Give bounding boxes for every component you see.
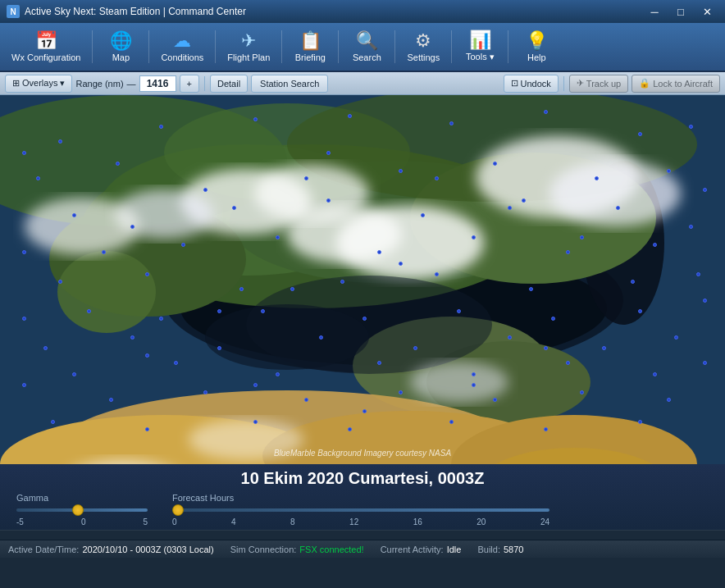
- range-input[interactable]: [139, 75, 176, 92]
- activity-value: Idle: [447, 545, 462, 554]
- active-datetime-item: Active Date/Time: 2020/10/10 - 0003Z (03…: [8, 545, 214, 554]
- map-attribution: BlueMarble Background Imagery courtesy N…: [274, 449, 451, 458]
- station-dot: [566, 361, 570, 365]
- station-dot: [689, 225, 693, 229]
- station-dot: [674, 335, 678, 340]
- station-dot: [58, 139, 62, 144]
- briefing-icon: 📋: [299, 32, 321, 50]
- station-dot: [362, 317, 367, 321]
- station-dot: [457, 309, 461, 313]
- activity-label: Current Activity:: [381, 545, 444, 554]
- map-button[interactable]: 🌐 Map: [96, 25, 145, 68]
- undock-label: Undock: [521, 79, 551, 89]
- titlebar-controls: ─ □ ✕: [643, 3, 718, 20]
- station-dot: [544, 427, 548, 431]
- forecast-slider[interactable]: [172, 504, 549, 516]
- toolbar-sep-6: [394, 30, 395, 63]
- tools-button[interactable]: 📊 Tools ▾: [455, 25, 504, 68]
- search-button[interactable]: 🔍 Search: [342, 25, 391, 68]
- station-dot: [602, 346, 606, 350]
- build-item: Build: 5870: [477, 545, 523, 554]
- map-area[interactable]: BlueMarble Background Imagery courtesy N…: [0, 95, 725, 464]
- titlebar-title: Active Sky Next: Steam Edition | Command…: [25, 6, 246, 17]
- titlebar-left: N Active Sky Next: Steam Edition | Comma…: [7, 5, 246, 18]
- station-dot: [472, 372, 476, 376]
- current-activity-item: Current Activity: Idle: [381, 545, 462, 554]
- close-button[interactable]: ✕: [695, 3, 718, 20]
- gamma-slider[interactable]: [16, 504, 148, 516]
- search-icon: 🔍: [356, 32, 378, 50]
- map-label: Map: [112, 52, 130, 62]
- flight-plan-icon: ✈: [241, 32, 256, 50]
- station-dot: [159, 125, 163, 129]
- station-dot: [217, 346, 221, 350]
- statusbar: Active Date/Time: 2020/10/10 - 0003Z (03…: [0, 540, 725, 558]
- forecast-group: Forecast Hours 04812162024: [172, 493, 709, 526]
- active-value: 2020/10/10 - 0003Z (0303 Local): [82, 545, 213, 554]
- station-dot: [653, 372, 657, 376]
- station-search-button[interactable]: Station Search: [251, 75, 328, 93]
- station-dot: [653, 243, 657, 247]
- app-icon: N: [7, 5, 20, 18]
- station-dot: [449, 121, 454, 125]
- wx-config-button[interactable]: 📅 Wx Configuration: [3, 25, 89, 68]
- overlays-button[interactable]: ⊞ Overlays ▾: [5, 75, 72, 93]
- gamma-group: Gamma -5 0 5: [16, 493, 148, 526]
- stations-layer: [0, 95, 725, 464]
- station-dot: [667, 398, 671, 402]
- station-dot: [703, 188, 707, 192]
- station-dot: [399, 262, 403, 266]
- briefing-button[interactable]: 📋 Briefing: [285, 25, 335, 68]
- settings-button[interactable]: ⚙ Settings: [399, 25, 448, 68]
- station-dot: [116, 162, 120, 166]
- station-dot: [51, 420, 55, 424]
- toolbar-sep-3: [215, 30, 216, 63]
- station-dot: [638, 420, 642, 424]
- plus-button[interactable]: +: [180, 75, 199, 93]
- build-value: 5870: [504, 545, 523, 554]
- help-label: Help: [527, 52, 546, 62]
- station-dot: [72, 372, 76, 376]
- toolbar-sep-8: [508, 30, 508, 63]
- lock-aircraft-button: 🔒 Lock to Aircraft: [632, 75, 720, 93]
- minimize-button[interactable]: ─: [643, 3, 666, 20]
- active-label: Active Date/Time:: [8, 545, 79, 554]
- sim-value: FSX connected!: [299, 545, 363, 554]
- track-label: Track up: [586, 79, 621, 89]
- briefing-label: Briefing: [295, 52, 326, 62]
- station-dot: [348, 114, 352, 118]
- maximize-button[interactable]: □: [669, 3, 692, 20]
- station-dot: [377, 250, 381, 254]
- search-label: Search: [353, 52, 381, 62]
- station-dot: [130, 225, 135, 229]
- station-dot: [580, 235, 584, 239]
- toolbar-sep-7: [451, 30, 452, 63]
- station-dot: [43, 346, 48, 350]
- flight-plan-label: Flight Plan: [227, 52, 270, 62]
- station-dot: [102, 250, 106, 254]
- bottom-panel: 10 Ekim 2020 Cumartesi, 0003Z Gamma -5 0…: [0, 464, 725, 530]
- forecast-scale: 04812162024: [172, 517, 549, 526]
- toolbar-sep-4: [281, 30, 282, 63]
- tools-icon: 📊: [469, 31, 491, 49]
- toolbar-sep-1: [92, 30, 93, 63]
- flight-plan-button[interactable]: ✈ Flight Plan: [219, 25, 278, 68]
- station-dot: [109, 398, 113, 402]
- help-button[interactable]: 💡 Help: [512, 25, 561, 68]
- layers-icon: ⊞: [12, 78, 20, 89]
- scrollbar-area: [0, 530, 725, 540]
- station-dot: [276, 235, 280, 239]
- station-dot: [544, 110, 548, 114]
- wx-config-icon: 📅: [35, 32, 57, 50]
- station-dot: [253, 383, 258, 387]
- detail-button[interactable]: Detail: [210, 75, 248, 93]
- station-dot: [566, 250, 570, 254]
- conditions-button[interactable]: ☁ Conditions: [153, 25, 212, 68]
- station-dot: [304, 176, 308, 180]
- track-up-button: ✈ Track up: [569, 75, 628, 93]
- undock-button[interactable]: ⊡ Undock: [504, 75, 559, 93]
- station-dot: [638, 309, 642, 313]
- station-dot: [689, 125, 693, 129]
- sim-connection-item: Sim Connection: FSX connected!: [230, 545, 364, 554]
- station-dot: [239, 287, 244, 291]
